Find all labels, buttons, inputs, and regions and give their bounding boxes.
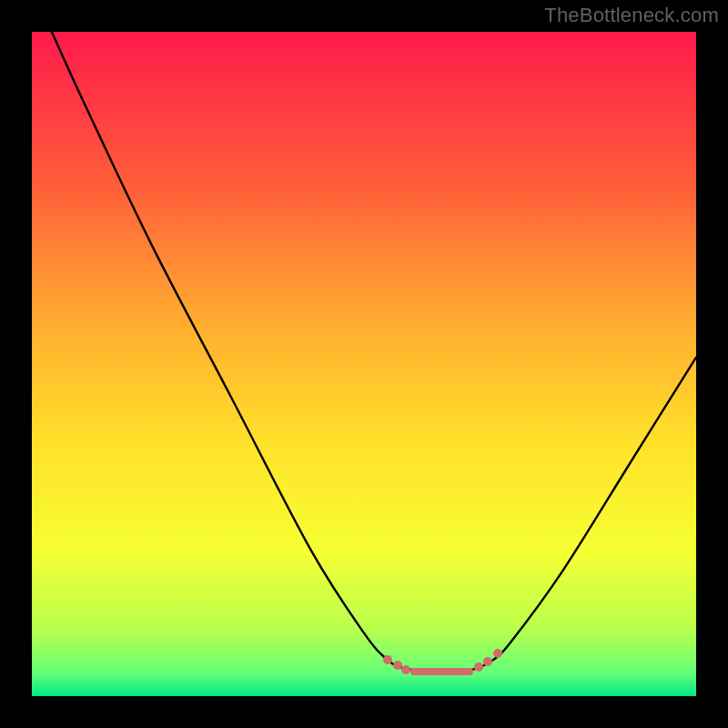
marker-layer (32, 32, 696, 696)
marker-dot (474, 662, 483, 672)
marker-dot (401, 665, 410, 674)
marker-dot (483, 657, 492, 666)
plot-area (32, 32, 696, 696)
chart-frame: TheBottleneck.com (0, 0, 728, 728)
marker-dot (383, 655, 392, 664)
trough-bar (410, 668, 473, 675)
marker-dot (493, 649, 502, 658)
watermark-text: TheBottleneck.com (544, 4, 719, 27)
